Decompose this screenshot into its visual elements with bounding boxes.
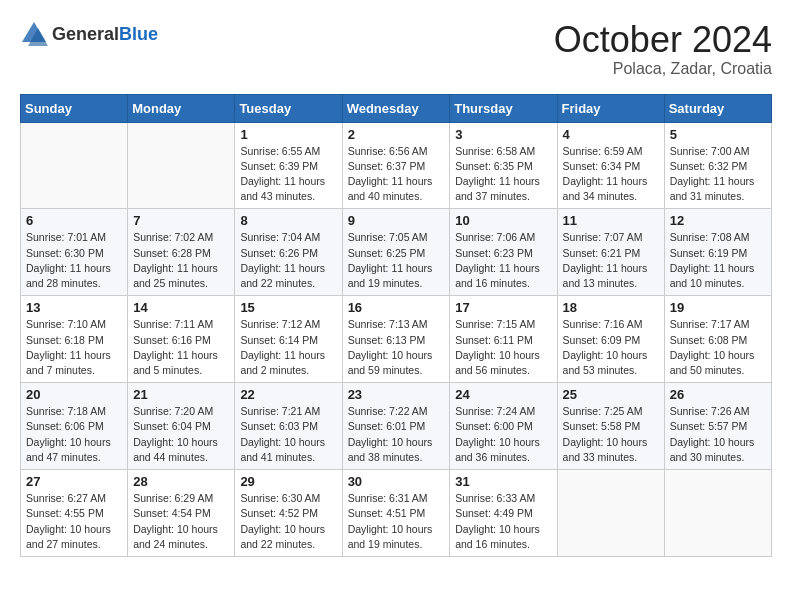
day-number: 20	[26, 387, 122, 402]
calendar-cell: 29Sunrise: 6:30 AMSunset: 4:52 PMDayligh…	[235, 470, 342, 557]
calendar-cell: 3Sunrise: 6:58 AMSunset: 6:35 PMDaylight…	[450, 122, 557, 209]
logo: GeneralBlue	[20, 20, 158, 48]
day-number: 29	[240, 474, 336, 489]
day-number: 27	[26, 474, 122, 489]
day-info: Sunrise: 7:25 AMSunset: 5:58 PMDaylight:…	[563, 404, 659, 465]
day-number: 26	[670, 387, 766, 402]
calendar-cell: 20Sunrise: 7:18 AMSunset: 6:06 PMDayligh…	[21, 383, 128, 470]
day-info: Sunrise: 7:00 AMSunset: 6:32 PMDaylight:…	[670, 144, 766, 205]
day-info: Sunrise: 7:05 AMSunset: 6:25 PMDaylight:…	[348, 230, 445, 291]
calendar-week-row: 6Sunrise: 7:01 AMSunset: 6:30 PMDaylight…	[21, 209, 772, 296]
day-info: Sunrise: 7:20 AMSunset: 6:04 PMDaylight:…	[133, 404, 229, 465]
day-info: Sunrise: 7:15 AMSunset: 6:11 PMDaylight:…	[455, 317, 551, 378]
day-info: Sunrise: 7:12 AMSunset: 6:14 PMDaylight:…	[240, 317, 336, 378]
day-number: 13	[26, 300, 122, 315]
day-info: Sunrise: 7:10 AMSunset: 6:18 PMDaylight:…	[26, 317, 122, 378]
day-info: Sunrise: 7:01 AMSunset: 6:30 PMDaylight:…	[26, 230, 122, 291]
calendar-cell: 23Sunrise: 7:22 AMSunset: 6:01 PMDayligh…	[342, 383, 450, 470]
day-number: 5	[670, 127, 766, 142]
day-number: 10	[455, 213, 551, 228]
logo-text: GeneralBlue	[52, 24, 158, 45]
day-number: 31	[455, 474, 551, 489]
logo-blue: Blue	[119, 24, 158, 44]
weekday-header: Saturday	[664, 94, 771, 122]
calendar-cell: 7Sunrise: 7:02 AMSunset: 6:28 PMDaylight…	[128, 209, 235, 296]
weekday-header: Thursday	[450, 94, 557, 122]
calendar-week-row: 1Sunrise: 6:55 AMSunset: 6:39 PMDaylight…	[21, 122, 772, 209]
day-info: Sunrise: 6:31 AMSunset: 4:51 PMDaylight:…	[348, 491, 445, 552]
day-info: Sunrise: 6:33 AMSunset: 4:49 PMDaylight:…	[455, 491, 551, 552]
day-number: 23	[348, 387, 445, 402]
day-info: Sunrise: 7:21 AMSunset: 6:03 PMDaylight:…	[240, 404, 336, 465]
calendar-cell: 9Sunrise: 7:05 AMSunset: 6:25 PMDaylight…	[342, 209, 450, 296]
day-info: Sunrise: 6:58 AMSunset: 6:35 PMDaylight:…	[455, 144, 551, 205]
day-number: 19	[670, 300, 766, 315]
day-number: 2	[348, 127, 445, 142]
day-info: Sunrise: 6:30 AMSunset: 4:52 PMDaylight:…	[240, 491, 336, 552]
title-block: October 2024 Polaca, Zadar, Croatia	[554, 20, 772, 78]
calendar-cell: 6Sunrise: 7:01 AMSunset: 6:30 PMDaylight…	[21, 209, 128, 296]
calendar-cell: 13Sunrise: 7:10 AMSunset: 6:18 PMDayligh…	[21, 296, 128, 383]
day-info: Sunrise: 7:11 AMSunset: 6:16 PMDaylight:…	[133, 317, 229, 378]
day-info: Sunrise: 7:07 AMSunset: 6:21 PMDaylight:…	[563, 230, 659, 291]
day-info: Sunrise: 7:18 AMSunset: 6:06 PMDaylight:…	[26, 404, 122, 465]
day-info: Sunrise: 7:04 AMSunset: 6:26 PMDaylight:…	[240, 230, 336, 291]
day-number: 1	[240, 127, 336, 142]
calendar-cell: 28Sunrise: 6:29 AMSunset: 4:54 PMDayligh…	[128, 470, 235, 557]
day-number: 28	[133, 474, 229, 489]
day-number: 22	[240, 387, 336, 402]
day-info: Sunrise: 6:55 AMSunset: 6:39 PMDaylight:…	[240, 144, 336, 205]
calendar-cell: 24Sunrise: 7:24 AMSunset: 6:00 PMDayligh…	[450, 383, 557, 470]
day-number: 12	[670, 213, 766, 228]
calendar-table: SundayMondayTuesdayWednesdayThursdayFrid…	[20, 94, 772, 557]
day-info: Sunrise: 7:22 AMSunset: 6:01 PMDaylight:…	[348, 404, 445, 465]
calendar-cell: 1Sunrise: 6:55 AMSunset: 6:39 PMDaylight…	[235, 122, 342, 209]
weekday-header: Wednesday	[342, 94, 450, 122]
day-number: 15	[240, 300, 336, 315]
calendar-cell: 16Sunrise: 7:13 AMSunset: 6:13 PMDayligh…	[342, 296, 450, 383]
day-number: 14	[133, 300, 229, 315]
day-info: Sunrise: 7:13 AMSunset: 6:13 PMDaylight:…	[348, 317, 445, 378]
day-info: Sunrise: 7:17 AMSunset: 6:08 PMDaylight:…	[670, 317, 766, 378]
calendar-cell	[664, 470, 771, 557]
calendar-cell: 25Sunrise: 7:25 AMSunset: 5:58 PMDayligh…	[557, 383, 664, 470]
weekday-header: Friday	[557, 94, 664, 122]
day-number: 3	[455, 127, 551, 142]
day-number: 30	[348, 474, 445, 489]
day-info: Sunrise: 6:56 AMSunset: 6:37 PMDaylight:…	[348, 144, 445, 205]
calendar-week-row: 27Sunrise: 6:27 AMSunset: 4:55 PMDayligh…	[21, 470, 772, 557]
calendar-cell: 27Sunrise: 6:27 AMSunset: 4:55 PMDayligh…	[21, 470, 128, 557]
calendar-cell: 31Sunrise: 6:33 AMSunset: 4:49 PMDayligh…	[450, 470, 557, 557]
calendar-cell: 26Sunrise: 7:26 AMSunset: 5:57 PMDayligh…	[664, 383, 771, 470]
day-info: Sunrise: 7:02 AMSunset: 6:28 PMDaylight:…	[133, 230, 229, 291]
day-info: Sunrise: 6:59 AMSunset: 6:34 PMDaylight:…	[563, 144, 659, 205]
calendar-cell: 10Sunrise: 7:06 AMSunset: 6:23 PMDayligh…	[450, 209, 557, 296]
day-info: Sunrise: 7:06 AMSunset: 6:23 PMDaylight:…	[455, 230, 551, 291]
calendar-cell: 15Sunrise: 7:12 AMSunset: 6:14 PMDayligh…	[235, 296, 342, 383]
calendar-cell: 12Sunrise: 7:08 AMSunset: 6:19 PMDayligh…	[664, 209, 771, 296]
day-number: 6	[26, 213, 122, 228]
calendar-cell: 18Sunrise: 7:16 AMSunset: 6:09 PMDayligh…	[557, 296, 664, 383]
weekday-header-row: SundayMondayTuesdayWednesdayThursdayFrid…	[21, 94, 772, 122]
logo-icon	[20, 20, 48, 48]
calendar-cell: 14Sunrise: 7:11 AMSunset: 6:16 PMDayligh…	[128, 296, 235, 383]
day-number: 18	[563, 300, 659, 315]
calendar-cell: 5Sunrise: 7:00 AMSunset: 6:32 PMDaylight…	[664, 122, 771, 209]
calendar-week-row: 13Sunrise: 7:10 AMSunset: 6:18 PMDayligh…	[21, 296, 772, 383]
day-info: Sunrise: 7:16 AMSunset: 6:09 PMDaylight:…	[563, 317, 659, 378]
calendar-cell	[128, 122, 235, 209]
calendar-cell	[21, 122, 128, 209]
day-info: Sunrise: 6:27 AMSunset: 4:55 PMDaylight:…	[26, 491, 122, 552]
weekday-header: Tuesday	[235, 94, 342, 122]
calendar-cell: 19Sunrise: 7:17 AMSunset: 6:08 PMDayligh…	[664, 296, 771, 383]
day-number: 21	[133, 387, 229, 402]
calendar-cell: 22Sunrise: 7:21 AMSunset: 6:03 PMDayligh…	[235, 383, 342, 470]
day-info: Sunrise: 7:26 AMSunset: 5:57 PMDaylight:…	[670, 404, 766, 465]
logo-general: General	[52, 24, 119, 44]
day-info: Sunrise: 7:08 AMSunset: 6:19 PMDaylight:…	[670, 230, 766, 291]
day-number: 25	[563, 387, 659, 402]
calendar-cell: 30Sunrise: 6:31 AMSunset: 4:51 PMDayligh…	[342, 470, 450, 557]
month-title: October 2024	[554, 20, 772, 60]
day-number: 4	[563, 127, 659, 142]
calendar-cell: 17Sunrise: 7:15 AMSunset: 6:11 PMDayligh…	[450, 296, 557, 383]
